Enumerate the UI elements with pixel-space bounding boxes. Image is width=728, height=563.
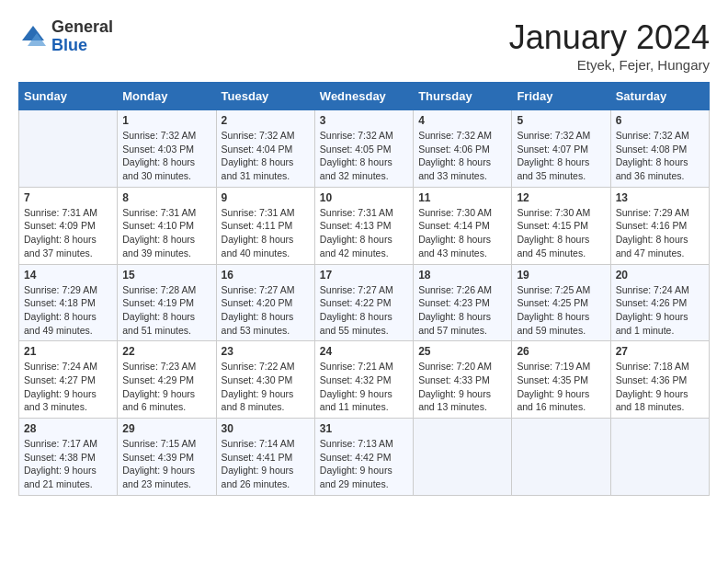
day-info: Sunrise: 7:29 AMSunset: 4:16 PMDaylight:… [616,206,704,260]
week-row-3: 21Sunrise: 7:24 AMSunset: 4:27 PMDayligh… [19,341,710,419]
day-number: 22 [122,345,210,358]
day-number: 19 [517,269,605,282]
day-number: 2 [222,114,310,127]
day-cell: 5Sunrise: 7:32 AMSunset: 4:07 PMDaylight… [512,110,610,188]
day-cell: 7Sunrise: 7:31 AMSunset: 4:09 PMDaylight… [19,187,118,264]
day-cell: 13Sunrise: 7:29 AMSunset: 4:16 PMDayligh… [610,187,709,264]
day-info: Sunrise: 7:28 AMSunset: 4:19 PMDaylight:… [122,283,210,338]
header-row: SundayMondayTuesdayWednesdayThursdayFrid… [19,83,710,110]
day-number: 18 [418,269,506,282]
day-number: 1 [122,114,210,127]
day-number: 23 [222,345,310,358]
week-row-1: 7Sunrise: 7:31 AMSunset: 4:09 PMDaylight… [19,187,710,264]
day-number: 10 [320,191,408,204]
day-number: 24 [320,345,408,358]
day-number: 15 [122,269,210,282]
day-cell: 15Sunrise: 7:28 AMSunset: 4:19 PMDayligh… [118,264,216,341]
logo: General Blue [18,18,113,55]
day-info: Sunrise: 7:13 AMSunset: 4:42 PMDaylight:… [320,437,408,491]
day-cell [610,419,709,496]
header-day-sunday: Sunday [19,83,118,110]
day-number: 29 [122,422,210,435]
title-section: January 2024 Etyek, Fejer, Hungary [509,18,710,73]
day-info: Sunrise: 7:26 AMSunset: 4:23 PMDaylight:… [418,283,506,338]
day-info: Sunrise: 7:31 AMSunset: 4:10 PMDaylight:… [122,206,210,260]
day-cell: 11Sunrise: 7:30 AMSunset: 4:14 PMDayligh… [414,187,512,264]
day-number: 14 [24,269,112,282]
day-info: Sunrise: 7:32 AMSunset: 4:05 PMDaylight:… [320,129,408,183]
day-cell: 31Sunrise: 7:13 AMSunset: 4:42 PMDayligh… [314,419,413,496]
week-row-2: 14Sunrise: 7:29 AMSunset: 4:18 PMDayligh… [19,264,710,341]
day-number: 21 [24,345,112,358]
day-cell: 10Sunrise: 7:31 AMSunset: 4:13 PMDayligh… [314,187,413,264]
day-info: Sunrise: 7:23 AMSunset: 4:29 PMDaylight:… [122,360,210,414]
day-info: Sunrise: 7:31 AMSunset: 4:09 PMDaylight:… [24,206,112,260]
day-cell: 23Sunrise: 7:22 AMSunset: 4:30 PMDayligh… [216,341,314,419]
header-day-monday: Monday [118,83,216,110]
day-cell: 3Sunrise: 7:32 AMSunset: 4:05 PMDaylight… [314,110,413,188]
day-cell: 9Sunrise: 7:31 AMSunset: 4:11 PMDaylight… [216,187,314,264]
day-info: Sunrise: 7:14 AMSunset: 4:41 PMDaylight:… [222,437,310,491]
header-day-wednesday: Wednesday [314,83,413,110]
day-cell: 30Sunrise: 7:14 AMSunset: 4:41 PMDayligh… [216,419,314,496]
day-info: Sunrise: 7:32 AMSunset: 4:03 PMDaylight:… [122,129,210,183]
day-info: Sunrise: 7:20 AMSunset: 4:33 PMDaylight:… [418,360,506,414]
day-number: 4 [418,114,506,127]
day-info: Sunrise: 7:19 AMSunset: 4:35 PMDaylight:… [517,360,605,414]
day-cell: 12Sunrise: 7:30 AMSunset: 4:15 PMDayligh… [512,187,610,264]
day-number: 6 [616,114,704,127]
day-number: 31 [320,422,408,435]
day-number: 20 [616,269,704,282]
day-cell: 17Sunrise: 7:27 AMSunset: 4:22 PMDayligh… [314,264,413,341]
day-number: 17 [320,269,408,282]
header-day-thursday: Thursday [414,83,512,110]
day-info: Sunrise: 7:32 AMSunset: 4:06 PMDaylight:… [418,129,506,183]
calendar-table: SundayMondayTuesdayWednesdayThursdayFrid… [18,82,710,496]
day-cell: 29Sunrise: 7:15 AMSunset: 4:39 PMDayligh… [118,419,216,496]
day-info: Sunrise: 7:30 AMSunset: 4:14 PMDaylight:… [418,206,506,260]
day-cell: 26Sunrise: 7:19 AMSunset: 4:35 PMDayligh… [512,341,610,419]
day-number: 9 [222,191,310,204]
day-cell: 1Sunrise: 7:32 AMSunset: 4:03 PMDaylight… [118,110,216,188]
day-info: Sunrise: 7:21 AMSunset: 4:32 PMDaylight:… [320,360,408,414]
day-number: 27 [616,345,704,358]
day-number: 26 [517,345,605,358]
day-cell [414,419,512,496]
day-info: Sunrise: 7:27 AMSunset: 4:22 PMDaylight:… [320,283,408,338]
day-cell: 4Sunrise: 7:32 AMSunset: 4:06 PMDaylight… [414,110,512,188]
day-cell [512,419,610,496]
day-cell: 27Sunrise: 7:18 AMSunset: 4:36 PMDayligh… [610,341,709,419]
day-number: 16 [222,269,310,282]
day-cell: 19Sunrise: 7:25 AMSunset: 4:25 PMDayligh… [512,264,610,341]
day-cell [19,110,118,188]
week-row-0: 1Sunrise: 7:32 AMSunset: 4:03 PMDaylight… [19,110,710,188]
day-number: 8 [122,191,210,204]
day-number: 3 [320,114,408,127]
day-number: 12 [517,191,605,204]
day-info: Sunrise: 7:30 AMSunset: 4:15 PMDaylight:… [517,206,605,260]
day-number: 28 [24,422,112,435]
day-info: Sunrise: 7:24 AMSunset: 4:26 PMDaylight:… [616,283,704,338]
day-number: 5 [517,114,605,127]
day-info: Sunrise: 7:32 AMSunset: 4:04 PMDaylight:… [222,129,310,183]
day-cell: 18Sunrise: 7:26 AMSunset: 4:23 PMDayligh… [414,264,512,341]
day-info: Sunrise: 7:22 AMSunset: 4:30 PMDaylight:… [222,360,310,414]
header-day-tuesday: Tuesday [216,83,314,110]
day-cell: 14Sunrise: 7:29 AMSunset: 4:18 PMDayligh… [19,264,118,341]
day-info: Sunrise: 7:24 AMSunset: 4:27 PMDaylight:… [24,360,112,414]
location: Etyek, Fejer, Hungary [509,57,710,73]
day-cell: 8Sunrise: 7:31 AMSunset: 4:10 PMDaylight… [118,187,216,264]
page-header: General Blue January 2024 Etyek, Fejer, … [18,18,710,73]
day-cell: 25Sunrise: 7:20 AMSunset: 4:33 PMDayligh… [414,341,512,419]
header-day-saturday: Saturday [610,83,709,110]
day-info: Sunrise: 7:17 AMSunset: 4:38 PMDaylight:… [24,437,112,491]
day-cell: 2Sunrise: 7:32 AMSunset: 4:04 PMDaylight… [216,110,314,188]
header-day-friday: Friday [512,83,610,110]
day-number: 11 [418,191,506,204]
day-cell: 22Sunrise: 7:23 AMSunset: 4:29 PMDayligh… [118,341,216,419]
day-info: Sunrise: 7:25 AMSunset: 4:25 PMDaylight:… [517,283,605,338]
day-info: Sunrise: 7:31 AMSunset: 4:13 PMDaylight:… [320,206,408,260]
logo-blue: Blue [51,37,113,55]
day-number: 7 [24,191,112,204]
day-cell: 21Sunrise: 7:24 AMSunset: 4:27 PMDayligh… [19,341,118,419]
